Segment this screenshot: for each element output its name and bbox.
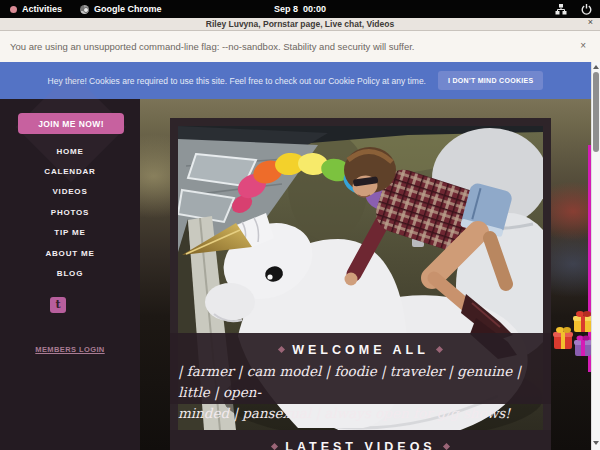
sidebar-item-about-me[interactable]: ABOUT ME [0,249,140,261]
sidebar-item-blog[interactable]: BLOG [0,269,140,281]
sparkle-icon [278,346,285,353]
welcome-section: WELCOME ALL | farmer | cam model | foodi… [170,333,551,404]
infobar-message: You are using an unsupported command-lin… [10,41,415,52]
sparkle-icon [436,346,443,353]
scrollbar-thumb[interactable] [593,72,599,152]
welcome-description-line2: minded | pansexual | always open for g/g… [178,403,544,424]
infobar-close-icon[interactable]: × [580,40,586,51]
network-icon[interactable] [555,4,567,15]
members-login-link[interactable]: MEMBERS LOGIN [0,345,140,354]
latest-videos-heading: LATEST VIDEOS [170,440,551,450]
gnome-top-bar: Activities Google Chrome Sep 8 00:00 [0,0,600,18]
chrome-infobar: You are using an unsupported command-lin… [0,31,600,62]
power-icon[interactable] [581,4,592,15]
window-close-icon[interactable]: × [588,17,593,27]
red-bow-gift-icon [573,311,593,332]
sidebar-item-videos[interactable]: VIDEOS [0,187,140,199]
scrollbar-down-arrow-icon[interactable] [593,441,599,445]
sidebar-item-home[interactable]: HOME [0,147,140,159]
sidebar-item-calendar[interactable]: CALENDAR [0,167,140,179]
sparkle-icon [271,443,278,450]
cookie-message: Hey there! Cookies are required to use t… [48,76,426,86]
window-title: Riley Luvyna, Pornstar page, Live chat, … [206,19,394,29]
latest-videos-heading-text: LATEST VIDEOS [285,440,435,450]
sidebar-item-photos[interactable]: PHOTOS [0,208,140,220]
red-gift-icon [553,327,573,349]
welcome-heading-text: WELCOME ALL [292,343,429,357]
gift-icons [552,306,594,366]
sparkle-icon [443,443,450,450]
screen: Activities Google Chrome Sep 8 00:00 Ril… [0,0,600,450]
latest-videos-section: LATEST VIDEOS [170,430,551,450]
cookie-accept-button[interactable]: I DON'T MIND COOKIES [438,71,543,90]
welcome-description-line1: | farmer | cam model | foodie | traveler… [178,361,544,403]
welcome-description: | farmer | cam model | foodie | traveler… [178,361,544,424]
scrollbar-up-arrow-icon[interactable] [593,65,599,69]
clock[interactable]: Sep 8 00:00 [0,4,600,14]
twitter-icon[interactable]: t [50,297,66,313]
welcome-heading: WELCOME ALL [170,343,551,357]
window-titlebar[interactable]: Riley Luvyna, Pornstar page, Live chat, … [0,18,600,31]
join-me-now-button[interactable]: JOIN ME NOW! [18,113,124,134]
system-tray [555,0,592,18]
sidebar-item-tip-me[interactable]: TIP ME [0,228,140,240]
purple-gift-icon [574,335,592,356]
